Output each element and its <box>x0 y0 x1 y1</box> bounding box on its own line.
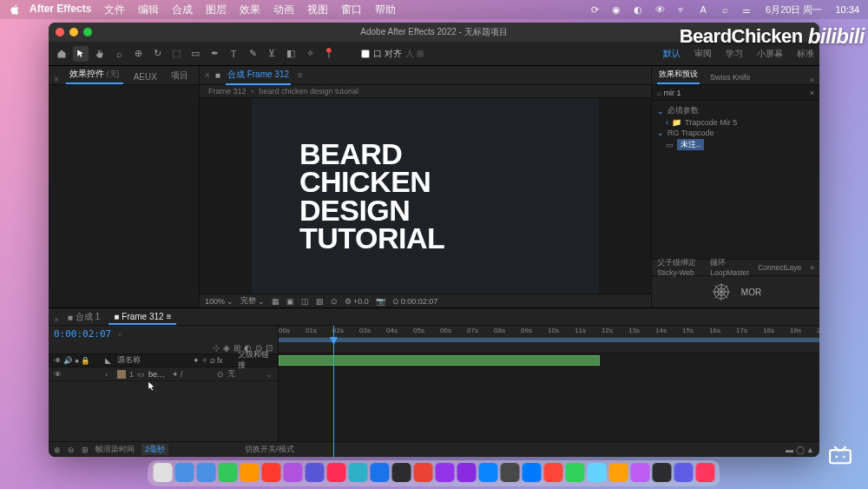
work-area-bar[interactable] <box>279 338 819 342</box>
col-eye-icon[interactable]: 👁 <box>54 356 62 365</box>
ec-group-2[interactable]: RG Trapcode <box>667 129 714 137</box>
quality-dropdown[interactable]: 完整 ⌄ <box>240 295 265 307</box>
layer-eye-icon[interactable]: 👁 <box>54 370 62 379</box>
timeline-track-area[interactable]: 00s01s02s03s04s05s06s07s08s09s10s11s12s1… <box>279 326 819 441</box>
dock-app-21[interactable] <box>609 463 628 482</box>
lang-icon[interactable]: A <box>697 3 709 16</box>
text-tool[interactable]: T <box>226 46 241 62</box>
menu-view[interactable]: 视图 <box>307 3 328 17</box>
time-ruler[interactable]: 00s01s02s03s04s05s06s07s08s09s10s11s12s1… <box>279 326 819 354</box>
display-icon[interactable]: ◐ <box>632 3 644 16</box>
comp-tab[interactable]: 合成 Frame 312 <box>226 66 291 85</box>
layer-expand-icon[interactable]: › <box>105 370 114 379</box>
ec-clear-icon[interactable]: × <box>810 89 814 97</box>
eye-icon[interactable]: 👁 <box>654 3 666 16</box>
rect-tool[interactable]: ▭ <box>187 46 203 62</box>
dock-app-11[interactable] <box>392 463 411 482</box>
viewer[interactable]: BEARD CHICKEN DESIGN TUTORIAL <box>200 98 651 294</box>
dock-app-19[interactable] <box>566 463 585 482</box>
behind-tool[interactable]: ⬚ <box>168 46 184 62</box>
col-lock-icon[interactable]: 🔒 <box>81 356 90 365</box>
comp-path-2[interactable]: beard chicken design tutorial <box>260 87 359 96</box>
app-name[interactable]: After Effects <box>30 3 91 17</box>
roto-tool[interactable]: ✧ <box>302 46 318 62</box>
ws-review[interactable]: 审阅 <box>694 48 712 60</box>
dock-app-2[interactable] <box>197 463 216 482</box>
tl-tool-1[interactable]: ⊹ <box>213 343 220 353</box>
ec-search-value[interactable]: mir 1 <box>664 89 681 97</box>
menu-window[interactable]: 窗口 <box>341 3 362 17</box>
dock-app-14[interactable] <box>457 463 477 482</box>
close-button[interactable] <box>56 28 64 36</box>
minimize-button[interactable] <box>69 28 78 36</box>
col-source[interactable]: 源名称 <box>117 355 189 366</box>
pen-tool[interactable]: ✒ <box>207 46 222 62</box>
playhead[interactable] <box>333 326 334 457</box>
dock-app-3[interactable] <box>219 463 238 482</box>
col-speaker-icon[interactable]: 🔊 <box>63 356 73 365</box>
composition-canvas[interactable]: BEARD CHICKEN DESIGN TUTORIAL <box>252 98 599 294</box>
aeux-tab[interactable]: AEUX <box>130 69 161 84</box>
dock-app-12[interactable] <box>414 463 433 482</box>
menu-layer[interactable]: 图层 <box>206 3 227 17</box>
layer-bar[interactable] <box>279 355 600 366</box>
menu-edit[interactable]: 编辑 <box>138 3 159 17</box>
layer-parent[interactable]: 无 <box>227 368 262 380</box>
dock-app-9[interactable] <box>349 463 368 482</box>
layer-name[interactable]: beard c... ...tutorial <box>148 370 168 379</box>
effects-presets-tab[interactable]: 效果和预设 <box>657 66 700 84</box>
dock-app-22[interactable] <box>631 463 650 482</box>
dock-app-23[interactable] <box>653 463 672 482</box>
hand-tool[interactable] <box>92 46 108 62</box>
zoom-button[interactable] <box>83 28 92 36</box>
dock-app-18[interactable] <box>544 463 563 482</box>
sync-icon[interactable]: ⟳ <box>589 3 601 16</box>
dock-app-5[interactable] <box>262 463 281 482</box>
menubar-time[interactable]: 10:34 <box>835 4 859 15</box>
transparency-icon[interactable]: ▨ <box>316 297 324 306</box>
ws-small[interactable]: 小屏幕 <box>757 48 783 60</box>
ws-default[interactable]: 默认 <box>663 48 681 60</box>
menu-anim[interactable]: 动画 <box>273 3 294 17</box>
dock-app-8[interactable] <box>327 463 346 482</box>
ws-std[interactable]: 标准 <box>797 48 814 60</box>
project-tab[interactable]: 项目 <box>168 67 192 84</box>
dock-app-17[interactable] <box>523 463 542 482</box>
channel-icon[interactable]: ◫ <box>301 297 309 306</box>
tl-foot-icon1[interactable]: ⊕ <box>54 446 61 454</box>
dock-app-0[interactable] <box>154 463 173 482</box>
home-tool[interactable] <box>54 46 69 62</box>
snap-checkbox[interactable] <box>361 50 370 58</box>
dock-app-24[interactable] <box>674 463 694 482</box>
dock-app-16[interactable] <box>501 463 520 482</box>
snapshot-icon[interactable]: 📷 <box>376 297 385 306</box>
comp-path-1[interactable]: Frame 312 <box>208 87 247 96</box>
dock-app-20[interactable] <box>588 463 607 482</box>
swiss-knife-tab[interactable]: Swiss Knife <box>708 70 753 84</box>
record-icon[interactable]: ◉ <box>610 3 622 16</box>
dock-app-15[interactable] <box>479 463 498 482</box>
puppet-tool[interactable]: 📍 <box>321 46 337 62</box>
dock-app-6[interactable] <box>284 463 303 482</box>
sticky-web-tab[interactable]: 父子级绑定Sticky-Web <box>657 258 701 277</box>
timeline-timecode[interactable]: 0:00:02:07 <box>54 328 111 340</box>
timeline-layer-row[interactable]: 👁 › 1 ▭ beard c... ...tutorial ✦/ ⊙ 无 ⌄ <box>49 367 278 381</box>
brush-tool[interactable]: ✎ <box>245 46 260 62</box>
stamp-tool[interactable]: ⊻ <box>264 46 279 62</box>
toggle-switches[interactable]: 切换开关/模式 <box>245 444 294 455</box>
tl-tab-2[interactable]: ■ Frame 312 ≡ <box>108 310 176 325</box>
ec-group-1[interactable]: 必填参数 <box>667 105 699 116</box>
menu-help[interactable]: 帮助 <box>375 3 396 17</box>
col-label-icon[interactable]: ◣ <box>105 356 114 365</box>
ec-item-1[interactable]: Trapcode Mir 5 <box>685 118 737 127</box>
tl-foot-icon2[interactable]: ⊖ <box>68 446 75 454</box>
eraser-tool[interactable]: ◧ <box>283 46 299 62</box>
menu-effect[interactable]: 效果 <box>240 3 260 17</box>
effect-controls-body[interactable] <box>49 85 199 307</box>
wifi-icon[interactable]: ᯤ <box>675 3 687 16</box>
ec-item-selected[interactable]: 未注.. <box>677 139 704 150</box>
menubar-date[interactable]: 6月20日 周一 <box>766 3 822 17</box>
snap-toggle[interactable]: 口 对齐人 ⊞ <box>361 48 424 60</box>
dock-app-4[interactable] <box>240 463 260 482</box>
effect-controls-list[interactable]: ⌄必填参数 ›📁 Trapcode Mir 5 ⌄RG Trapcode ▭ 未… <box>652 101 819 259</box>
